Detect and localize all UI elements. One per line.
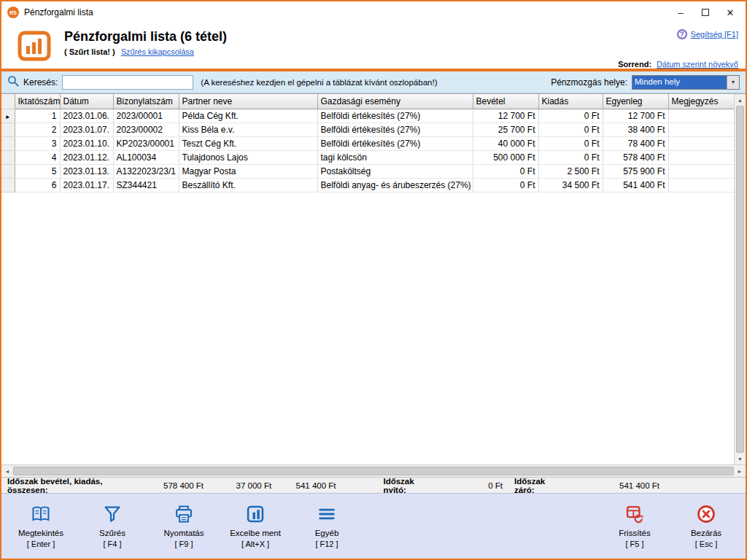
search-input[interactable] [62, 75, 193, 90]
column-header[interactable]: Gazdasági esemény [317, 94, 473, 109]
table-cell[interactable]: 575 900 Ft [603, 164, 668, 178]
table-row[interactable]: 32023.01.10.KP2023/00001Teszt Cég Kft.Be… [1, 136, 734, 150]
refresh-button-label: Frissítés [619, 529, 650, 537]
table-cell[interactable] [668, 178, 734, 192]
minimize-button[interactable]: – [668, 3, 693, 22]
vertical-scroll-thumb[interactable] [736, 106, 744, 453]
sort-order-link[interactable]: Dátum szerint növekvő [657, 60, 738, 69]
cash-location-select[interactable]: Minden hely ▼ [632, 75, 740, 90]
table-cell[interactable]: 2023.01.12. [60, 150, 113, 164]
table-cell[interactable]: 0 Ft [538, 136, 603, 150]
table-cell[interactable]: Belföldi értékesítés (27%) [317, 136, 473, 150]
table-cell[interactable]: 12 700 Ft [473, 109, 538, 122]
help-link[interactable]: Segítség [F1] [691, 30, 738, 39]
scroll-down-icon[interactable]: ▼ [735, 453, 746, 464]
table-cell[interactable]: 0 Ft [538, 150, 603, 164]
table-cell[interactable]: 12 700 Ft [603, 109, 668, 122]
table-row[interactable]: 42023.01.12.AL100034Tulajdonos Lajostagi… [1, 150, 734, 164]
close-circle-icon [696, 504, 716, 526]
table-row[interactable]: 52023.01.13.A1322023/23/1Magyar PostaPos… [1, 164, 734, 178]
scroll-right-icon[interactable]: ► [734, 465, 746, 477]
table-cell[interactable]: KP2023/00001 [113, 136, 179, 150]
table-cell[interactable]: 2 500 Ft [538, 164, 603, 178]
table-cell[interactable]: 40 000 Ft [473, 136, 538, 150]
table-cell[interactable]: 6 [15, 178, 60, 192]
table-cell[interactable]: 500 000 Ft [473, 150, 538, 164]
filter-button[interactable]: Szűrés [ F4 ] [82, 498, 143, 555]
chevron-down-icon[interactable]: ▼ [727, 76, 739, 89]
table-cell[interactable]: Postaköltség [317, 164, 473, 178]
filtered-list-label: ( Szűrt lista! ) [64, 47, 115, 56]
table-row[interactable]: 62023.01.17.SZ344421Beszállító Kft.Belfö… [1, 178, 734, 192]
column-header[interactable]: Partner neve [179, 94, 317, 109]
table-cell[interactable]: 2 [15, 122, 60, 136]
export-excel-button[interactable]: Excelbe ment [ Alt+X ] [225, 498, 286, 555]
column-header[interactable]: Megjegyzés [668, 94, 734, 109]
column-header[interactable]: Dátum [60, 94, 113, 109]
table-cell[interactable]: Beszállító Kft. [179, 178, 317, 192]
close-window-button[interactable]: Bezárás [ Esc ] [676, 498, 737, 555]
table-cell[interactable] [668, 136, 734, 150]
table-cell[interactable]: 0 Ft [473, 164, 538, 178]
search-hint: (A kereséshez kezdjen el gépelni a táblá… [201, 78, 437, 87]
view-button[interactable]: Megtekintés [ Enter ] [10, 498, 71, 555]
vertical-scrollbar[interactable]: ▲ ▼ [734, 94, 746, 464]
table-cell[interactable]: 2023.01.10. [60, 136, 113, 150]
table-cell[interactable] [668, 109, 734, 122]
export-excel-button-key: [ Alt+X ] [241, 540, 269, 548]
close-button[interactable]: ✕ [718, 3, 743, 22]
app-icon: RS [7, 7, 19, 18]
table-cell[interactable]: Példa Cég Kft. [179, 109, 317, 122]
table-cell[interactable]: 2023/00001 [113, 109, 179, 122]
table-row[interactable]: 22023.01.07.2023/00002Kiss Béla e.v.Belf… [1, 122, 734, 136]
table-cell[interactable]: 0 Ft [538, 109, 603, 122]
table-cell[interactable]: Belföldi értékesítés (27%) [317, 109, 473, 122]
table-cell[interactable]: Magyar Posta [179, 164, 317, 178]
table-cell[interactable]: A1322023/23/1 [113, 164, 179, 178]
table-cell[interactable] [668, 122, 734, 136]
column-header[interactable]: Egyenleg [603, 94, 668, 109]
table-cell[interactable]: 5 [15, 164, 60, 178]
table-cell[interactable] [668, 164, 734, 178]
table-cell[interactable]: Kiss Béla e.v. [179, 122, 317, 136]
table-cell[interactable]: Belföldi értékesítés (27%) [317, 122, 473, 136]
table-cell[interactable]: 4 [15, 150, 60, 164]
table-cell[interactable]: SZ344421 [113, 178, 179, 192]
table-cell[interactable]: 2023.01.13. [60, 164, 113, 178]
table-cell[interactable]: 2023.01.07. [60, 122, 113, 136]
horizontal-scroll-thumb[interactable] [13, 467, 734, 475]
horizontal-scrollbar[interactable]: ◄ ► [1, 464, 746, 477]
print-button[interactable]: Nyomtatás [ F9 ] [153, 498, 214, 555]
table-cell[interactable]: 541 400 Ft [603, 178, 668, 192]
column-header[interactable]: Kiadás [538, 94, 603, 109]
table-cell[interactable]: 2023.01.06. [60, 109, 113, 122]
scroll-up-icon[interactable]: ▲ [735, 94, 746, 106]
table-cell[interactable]: 578 400 Ft [603, 150, 668, 164]
table-cell[interactable]: 25 700 Ft [473, 122, 538, 136]
table-cell[interactable] [668, 150, 734, 164]
table-cell[interactable]: 38 400 Ft [603, 122, 668, 136]
table-cell[interactable]: Teszt Cég Kft. [179, 136, 317, 150]
table-cell[interactable]: tagi kölcsön [317, 150, 473, 164]
maximize-button[interactable] [693, 3, 718, 22]
column-header[interactable]: Bevétel [473, 94, 538, 109]
table-cell[interactable]: 3 [15, 136, 60, 150]
table-cell[interactable]: 2023.01.17. [60, 178, 113, 192]
table-cell[interactable]: 0 Ft [473, 178, 538, 192]
table-cell[interactable]: 0 Ft [538, 122, 603, 136]
table-cell[interactable]: AL100034 [113, 150, 179, 164]
column-header[interactable]: Bizonylatszám [113, 94, 179, 109]
table-cell[interactable]: 78 400 Ft [603, 136, 668, 150]
table-row[interactable]: ►12023.01.06.2023/00001Példa Cég Kft.Bel… [1, 109, 734, 122]
refresh-button-key: [ F5 ] [625, 540, 643, 548]
refresh-button[interactable]: Frissítés [ F5 ] [604, 498, 665, 555]
table-cell[interactable]: 34 500 Ft [538, 178, 603, 192]
other-button[interactable]: Egyéb [ F12 ] [296, 498, 357, 555]
table-cell[interactable]: 1 [15, 109, 60, 122]
scroll-left-icon[interactable]: ◄ [1, 465, 13, 477]
table-cell[interactable]: Belföldi anyag- és árubeszerzés (27%) [317, 178, 473, 192]
column-header[interactable]: Iktatószám [15, 94, 60, 109]
table-cell[interactable]: 2023/00002 [113, 122, 179, 136]
table-cell[interactable]: Tulajdonos Lajos [179, 150, 317, 164]
filter-off-link[interactable]: Szűrés kikapcsolása [121, 47, 194, 56]
